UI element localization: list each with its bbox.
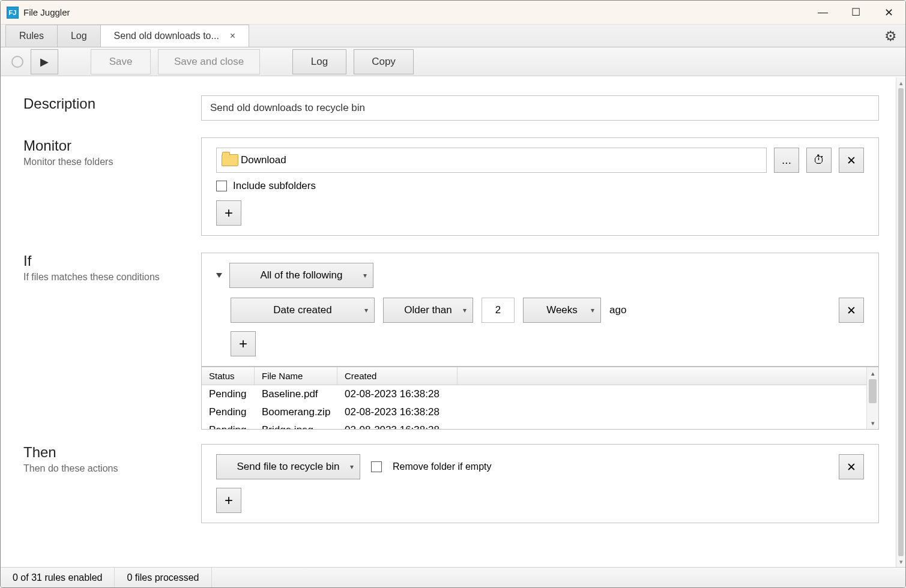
maximize-button[interactable]: ☐ [839,1,872,25]
remove-folder-button[interactable]: ✕ [839,148,864,173]
chevron-down-icon: ▾ [463,306,467,314]
app-icon: FJ [7,7,19,19]
folder-path-text: Download [241,154,286,166]
condition-suffix: ago [609,304,626,316]
scroll-up-icon[interactable]: ▴ [896,77,905,88]
table-scrollbar[interactable]: ▴ ▾ [866,367,878,429]
col-filename[interactable]: File Name [255,367,337,385]
condition-unit-value: Weeks [546,304,578,316]
include-subfolders-checkbox[interactable] [216,181,227,191]
description-heading: Description [23,95,201,112]
col-status[interactable]: Status [202,367,255,385]
cell-filename: Baseline.pdf [255,388,337,400]
monitor-sub: Monitor these folders [23,157,201,167]
cell-filename: Bridge.jpeg [255,424,337,430]
description-input[interactable] [201,95,879,121]
cell-status: Pending [202,424,255,430]
if-sub: If files matches these conditions [23,272,201,283]
cell-created: 02-08-2023 16:38:28 [337,388,458,400]
tab-close-icon[interactable]: × [230,31,235,41]
condition-field-value: Date created [273,304,331,316]
folder-icon [222,154,238,166]
table-row[interactable]: PendingBoomerang.zip02-08-2023 16:38:28 [202,403,878,421]
add-folder-button[interactable]: + [216,200,241,226]
titlebar: FJ File Juggler ― ☐ ✕ [1,1,905,25]
log-button[interactable]: Log [292,49,346,74]
scroll-thumb[interactable] [869,379,877,403]
tab-active-label: Send old downloads to... [114,31,219,41]
then-panel: Send file to recycle bin ▾ Remove folder… [201,444,879,523]
then-heading: Then [23,444,201,461]
tab-log[interactable]: Log [57,25,101,47]
save-close-button[interactable]: Save and close [158,49,260,74]
remove-empty-label: Remove folder if empty [393,461,492,472]
monitor-heading: Monitor [23,137,201,154]
remove-action-button[interactable]: ✕ [839,454,864,479]
scroll-down-icon[interactable]: ▾ [867,417,878,429]
chevron-down-icon: ▾ [363,271,367,280]
timer-button[interactable]: ⏱ [806,148,832,173]
scroll-up-icon[interactable]: ▴ [867,367,878,379]
collapse-toggle-icon[interactable] [216,273,222,278]
stopwatch-icon: ⏱ [814,154,825,167]
remove-condition-button[interactable]: ✕ [839,298,864,323]
status-files: 0 files processed [115,568,211,587]
tab-active-rule[interactable]: Send old downloads to... × [100,25,250,47]
add-condition-button[interactable]: + [231,331,256,356]
main-form: Description Monitor Monitor these folder… [1,77,896,567]
scroll-down-icon[interactable]: ▾ [896,556,905,567]
condition-unit-select[interactable]: Weeks ▾ [523,298,601,323]
if-heading: If [23,253,201,269]
close-icon: ✕ [847,154,856,167]
condition-op-value: Older than [404,304,451,316]
condition-value-input[interactable] [482,298,515,323]
chevron-down-icon: ▾ [591,306,594,314]
enable-radio[interactable] [11,56,23,68]
statusbar: 0 of 31 rules enabled 0 files processed [1,567,905,587]
matched-files-table: Status File Name Created PendingBaseline… [201,367,879,430]
monitor-panel: Download ... ⏱ ✕ Include subfolders + [201,137,879,236]
browse-button[interactable]: ... [774,148,799,173]
toolbar: ▶ Save Save and close Log Copy [1,47,905,76]
tab-rules[interactable]: Rules [5,25,58,47]
cell-created: 02-08-2023 16:38:28 [337,406,458,418]
action-value: Send file to recycle bin [237,461,339,473]
status-rules: 0 of 31 rules enabled [1,568,115,587]
if-panel: All of the following ▾ Date created ▾ Ol… [201,253,879,367]
settings-gear-icon[interactable]: ⚙ [884,28,897,44]
chevron-down-icon: ▾ [350,463,354,471]
cell-filename: Boomerang.zip [255,406,337,418]
scroll-thumb[interactable] [898,88,904,556]
group-mode-select[interactable]: All of the following ▾ [229,263,373,288]
then-sub: Then do these actions [23,463,201,474]
run-button[interactable]: ▶ [31,49,58,74]
remove-empty-checkbox[interactable] [371,461,382,472]
include-subfolders-label: Include subfolders [233,180,316,192]
table-row[interactable]: PendingBridge.jpeg02-08-2023 16:38:28 [202,421,878,430]
cell-status: Pending [202,388,255,400]
action-select[interactable]: Send file to recycle bin ▾ [216,454,360,479]
table-row[interactable]: PendingBaseline.pdf02-08-2023 16:38:28 [202,385,878,403]
group-mode-value: All of the following [260,269,342,281]
cell-status: Pending [202,406,255,418]
minimize-button[interactable]: ― [806,1,839,25]
app-title: File Juggler [23,7,70,17]
condition-field-select[interactable]: Date created ▾ [231,298,375,323]
folder-path-field[interactable]: Download [216,148,767,173]
condition-op-select[interactable]: Older than ▾ [383,298,473,323]
col-created[interactable]: Created [337,367,458,385]
chevron-down-icon: ▾ [364,306,368,314]
add-action-button[interactable]: + [216,488,241,513]
main-scrollbar[interactable]: ▴ ▾ [896,77,905,567]
tabs-row: Rules Log Send old downloads to... × ⚙ [1,25,905,47]
save-button[interactable]: Save [91,49,151,74]
cell-created: 02-08-2023 16:38:28 [337,424,458,430]
copy-button[interactable]: Copy [354,49,414,74]
close-button[interactable]: ✕ [872,1,905,25]
